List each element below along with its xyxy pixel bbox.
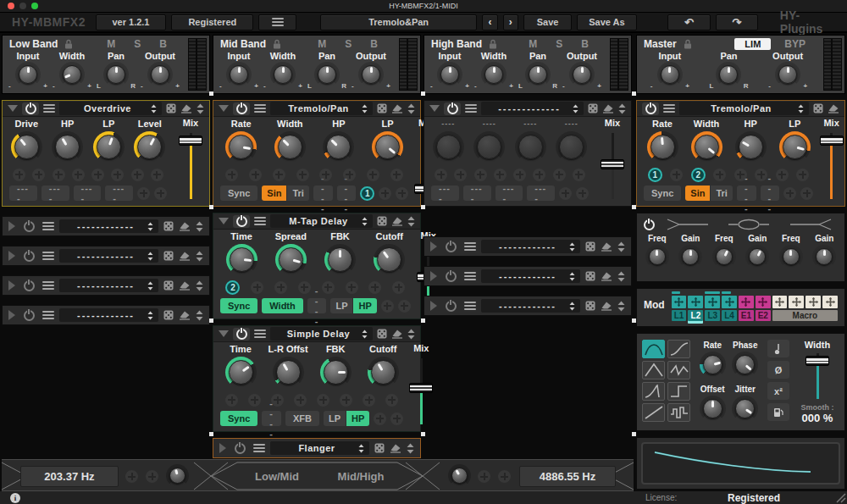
randomize-dice-icon[interactable] [377, 103, 387, 114]
drag-handle-icon[interactable] [42, 311, 54, 319]
mod-source-badge[interactable]: 2 [691, 168, 706, 182]
width-knob[interactable] [59, 62, 85, 87]
slider-handle[interactable] [409, 383, 433, 393]
lock-icon[interactable] [64, 39, 73, 49]
preset-selector[interactable]: Tremolo&Pan [320, 14, 477, 30]
move-slot-icon[interactable] [617, 301, 625, 312]
power-button[interactable] [640, 219, 657, 231]
expand-icon[interactable] [430, 301, 437, 311]
mod-assign-plus-icon[interactable] [553, 169, 566, 181]
solo-button[interactable]: S [556, 38, 562, 50]
effect-selector[interactable]: ------------- [481, 102, 584, 115]
randomize-dice-icon[interactable] [163, 221, 174, 231]
mod-assign-plus-icon[interactable] [368, 281, 381, 294]
undo-button[interactable]: ↶ [667, 14, 710, 30]
effect-selector[interactable]: ------------ [59, 219, 158, 233]
lp-button[interactable]: LP [324, 411, 346, 426]
drag-handle-icon[interactable] [42, 222, 54, 230]
-button[interactable]: ---- [463, 186, 491, 201]
drag-handle-icon[interactable] [465, 104, 477, 113]
mod-assign-plus-icon[interactable] [576, 187, 589, 200]
clear-eraser-icon[interactable] [391, 216, 403, 226]
gain-knob[interactable] [678, 245, 702, 269]
param-knob[interactable] [647, 131, 678, 163]
effect-selector[interactable]: ------------ [481, 240, 580, 253]
power-button[interactable] [442, 300, 459, 313]
-button[interactable]: ---- [313, 186, 333, 201]
mod-assign-plus-icon[interactable] [146, 470, 158, 483]
mid-high-label[interactable]: Mid/High [338, 470, 385, 483]
env-tab-e1[interactable]: E1 [739, 310, 754, 321]
lfo-tab-l1[interactable]: L1 [672, 310, 687, 321]
param-knob[interactable] [134, 131, 165, 163]
collapse-icon[interactable] [219, 330, 229, 337]
divider-handle[interactable] [421, 91, 425, 96]
expand-icon[interactable] [430, 241, 437, 252]
sin-button[interactable]: Sin [262, 186, 286, 201]
mod-assign-plus-icon[interactable] [374, 413, 386, 425]
mod-assign-plus-icon[interactable] [248, 394, 261, 407]
-button[interactable]: ---- [262, 411, 281, 426]
mod-assign-plus-icon[interactable] [385, 394, 398, 407]
randomize-dice-icon[interactable] [374, 443, 385, 453]
drag-handle-icon[interactable] [464, 242, 476, 251]
mod-assign-plus-icon[interactable] [111, 169, 124, 181]
power-button[interactable] [233, 215, 250, 228]
-button[interactable]: ---- [42, 186, 69, 201]
randomize-dice-icon[interactable] [588, 103, 598, 114]
sin-button[interactable]: Sin [685, 186, 710, 201]
param-knob[interactable] [556, 131, 587, 163]
mod-assign-plus-icon[interactable] [755, 169, 767, 181]
move-slot-icon[interactable] [617, 241, 625, 252]
macro-drag-tile[interactable] [789, 296, 804, 308]
clear-eraser-icon[interactable] [179, 310, 191, 320]
gain-knob[interactable] [745, 245, 769, 269]
mix-slider[interactable] [178, 130, 203, 202]
param-knob[interactable] [320, 357, 352, 388]
mod-assign-plus-icon[interactable] [131, 169, 144, 181]
-button[interactable]: ---- [737, 186, 756, 201]
mod-assign-plus-icon[interactable] [151, 169, 163, 181]
divider-handle[interactable] [632, 432, 636, 436]
param-knob[interactable] [515, 131, 546, 163]
mod-assign-plus-icon[interactable] [13, 169, 25, 181]
-button[interactable]: ---- [105, 186, 133, 201]
bypass-button[interactable]: BYP [784, 38, 805, 50]
width-knob[interactable] [481, 62, 507, 87]
mod-assign-plus-icon[interactable] [137, 187, 150, 200]
param-knob[interactable] [52, 131, 83, 163]
mod-assign-plus-icon[interactable] [225, 394, 238, 407]
width-button[interactable]: Width [262, 298, 302, 313]
randomize-dice-icon[interactable] [813, 103, 823, 114]
width-slider[interactable] [805, 351, 830, 402]
effect-selector[interactable]: Tremolo/Pan [679, 102, 809, 115]
clear-eraser-icon[interactable] [601, 241, 612, 252]
clear-eraser-icon[interactable] [179, 280, 191, 291]
param-knob[interactable] [93, 131, 125, 163]
mix-slider[interactable] [600, 130, 625, 202]
mod-assign-plus-icon[interactable] [322, 281, 335, 294]
resize-handle-icon[interactable] [835, 492, 846, 503]
band-bypass-button[interactable]: B [581, 38, 589, 50]
divider-handle[interactable] [632, 205, 636, 209]
move-slot-icon[interactable] [196, 221, 203, 232]
param-knob[interactable] [735, 131, 767, 163]
xfb-button[interactable]: XFB [285, 411, 319, 426]
-button[interactable]: ---- [307, 298, 327, 313]
mod-assign-plus-icon[interactable] [154, 187, 167, 200]
param-knob[interactable] [274, 131, 306, 163]
power-button[interactable] [20, 280, 37, 292]
input-knob[interactable] [437, 62, 462, 87]
lfo-drag-tile[interactable] [688, 296, 703, 308]
-button[interactable]: ---- [431, 186, 459, 201]
rate-knob[interactable] [700, 352, 726, 378]
power-button[interactable] [233, 328, 250, 341]
effect-selector[interactable]: ------------ [59, 279, 158, 292]
wave-ramp-button[interactable] [642, 403, 665, 422]
freq-knob[interactable] [448, 464, 471, 487]
param-knob[interactable] [275, 244, 307, 275]
mod-assign-plus-icon[interactable] [296, 169, 309, 181]
mod-assign-plus-icon[interactable] [390, 169, 403, 181]
clear-eraser-icon[interactable] [391, 329, 403, 339]
randomize-dice-icon[interactable] [163, 310, 174, 320]
